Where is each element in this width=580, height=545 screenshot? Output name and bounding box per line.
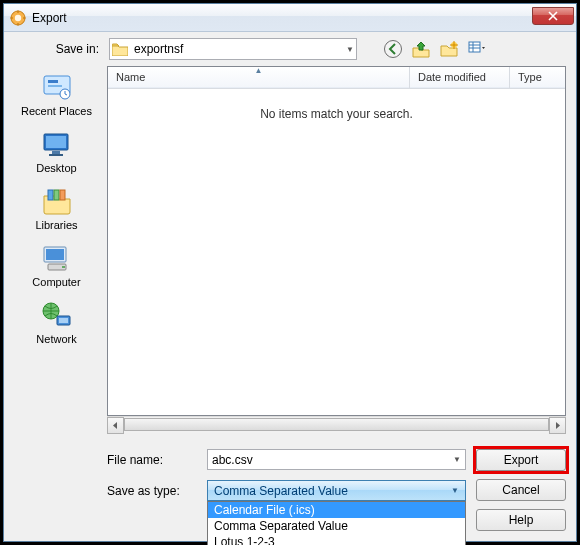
scroll-left-button[interactable] xyxy=(107,417,124,434)
export-highlight: Export xyxy=(473,446,569,474)
list-body: No items match your search. xyxy=(108,89,565,415)
window-title: Export xyxy=(32,11,532,25)
dialog-body: Save in: exportnsf ▼ xyxy=(4,32,576,541)
chevron-down-icon: ▼ xyxy=(451,486,459,495)
toolbar-icons xyxy=(383,39,487,59)
place-libraries[interactable]: Libraries xyxy=(35,186,77,231)
scroll-right-button[interactable] xyxy=(549,417,566,434)
cancel-button[interactable]: Cancel xyxy=(476,479,566,501)
file-area: Name ▲ Date modified Type No items match… xyxy=(107,66,566,531)
svg-rect-22 xyxy=(48,190,53,200)
type-option[interactable]: Comma Separated Value xyxy=(208,518,465,534)
list-header: Name ▲ Date modified Type xyxy=(108,67,565,89)
svg-point-1 xyxy=(15,14,21,20)
filename-value: abc.csv xyxy=(212,453,253,467)
save-in-value: exportnsf xyxy=(134,42,183,56)
svg-rect-28 xyxy=(62,266,65,268)
svg-rect-15 xyxy=(48,80,58,83)
svg-rect-20 xyxy=(52,151,60,154)
save-in-label: Save in: xyxy=(44,42,99,56)
chevron-down-icon: ▼ xyxy=(346,45,354,54)
help-button[interactable]: Help xyxy=(476,509,566,531)
titlebar: Export xyxy=(4,4,576,32)
svg-rect-16 xyxy=(48,85,62,87)
place-network[interactable]: Network xyxy=(36,300,76,345)
type-option[interactable]: Calendar File (.ics) xyxy=(208,502,465,518)
export-dialog: Export Save in: exportnsf ▼ xyxy=(3,3,577,542)
place-label: Recent Places xyxy=(21,105,92,117)
place-label: Libraries xyxy=(35,219,77,231)
horizontal-scrollbar[interactable] xyxy=(107,416,566,433)
close-button[interactable] xyxy=(532,7,574,25)
filename-input[interactable]: abc.csv ▼ xyxy=(207,449,466,470)
place-computer[interactable]: Computer xyxy=(32,243,80,288)
view-menu-button[interactable] xyxy=(467,39,487,59)
place-label: Network xyxy=(36,333,76,345)
svg-rect-31 xyxy=(59,318,68,323)
type-value: Comma Separated Value xyxy=(214,484,348,498)
place-label: Computer xyxy=(32,276,80,288)
back-button[interactable] xyxy=(383,39,403,59)
new-folder-button[interactable] xyxy=(439,39,459,59)
folder-icon xyxy=(112,42,128,56)
col-name[interactable]: Name ▲ xyxy=(108,67,410,88)
svg-rect-26 xyxy=(46,249,64,260)
save-in-combo[interactable]: exportnsf ▼ xyxy=(109,38,357,60)
scroll-track[interactable] xyxy=(124,417,549,434)
buttons: Export Cancel Help xyxy=(476,449,566,531)
svg-rect-19 xyxy=(46,136,66,148)
form-left: File name: abc.csv ▼ Save as type: Comma… xyxy=(107,449,466,531)
filename-label: File name: xyxy=(107,453,207,467)
up-button[interactable] xyxy=(411,39,431,59)
svg-point-6 xyxy=(385,41,402,58)
app-icon xyxy=(10,10,26,26)
export-button[interactable]: Export xyxy=(476,449,566,471)
col-date[interactable]: Date modified xyxy=(410,67,510,88)
main-row: Recent Places Desktop Libraries Computer xyxy=(14,66,566,531)
sort-asc-icon: ▲ xyxy=(255,66,263,75)
type-row: Save as type: Comma Separated Value ▼ xyxy=(107,480,466,501)
col-type[interactable]: Type xyxy=(510,67,565,88)
type-label: Save as type: xyxy=(107,484,207,498)
svg-rect-23 xyxy=(54,190,59,200)
svg-rect-24 xyxy=(60,190,65,200)
form-rows: File name: abc.csv ▼ Save as type: Comma… xyxy=(107,449,566,531)
places-bar: Recent Places Desktop Libraries Computer xyxy=(14,66,99,531)
place-desktop[interactable]: Desktop xyxy=(36,129,76,174)
place-label: Desktop xyxy=(36,162,76,174)
type-dropdown[interactable]: Calendar File (.ics) Comma Separated Val… xyxy=(207,501,466,545)
scroll-thumb[interactable] xyxy=(124,418,549,431)
chevron-down-icon: ▼ xyxy=(453,455,461,464)
type-option[interactable]: Lotus 1-2-3 xyxy=(208,534,465,545)
file-list[interactable]: Name ▲ Date modified Type No items match… xyxy=(107,66,566,416)
svg-rect-10 xyxy=(469,42,480,52)
filename-row: File name: abc.csv ▼ xyxy=(107,449,466,470)
save-in-row: Save in: exportnsf ▼ xyxy=(44,38,566,60)
svg-rect-21 xyxy=(49,154,63,156)
type-combo[interactable]: Comma Separated Value ▼ xyxy=(207,480,466,501)
place-recent[interactable]: Recent Places xyxy=(21,72,92,117)
empty-message: No items match your search. xyxy=(260,107,413,121)
